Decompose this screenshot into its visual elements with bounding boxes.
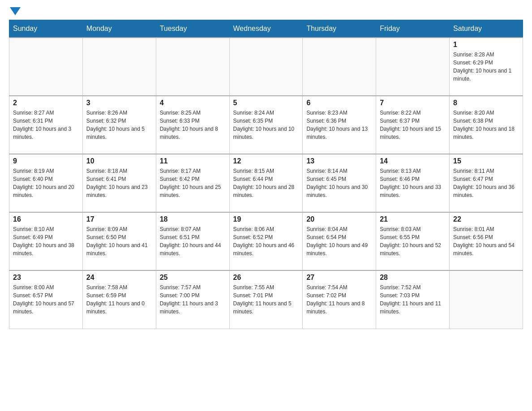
day-number: 24	[86, 274, 152, 282]
day-number: 5	[233, 99, 299, 107]
day-info: Sunrise: 8:15 AMSunset: 6:44 PMDaylight:…	[233, 167, 299, 199]
logo	[9, 9, 21, 15]
day-info: Sunrise: 7:55 AMSunset: 7:01 PMDaylight:…	[233, 283, 299, 316]
day-info: Sunrise: 7:57 AMSunset: 7:00 PMDaylight:…	[160, 283, 226, 316]
calendar-cell	[156, 38, 229, 96]
day-info: Sunrise: 8:09 AMSunset: 6:50 PMDaylight:…	[86, 225, 152, 257]
calendar-cell	[82, 38, 156, 96]
day-info: Sunrise: 8:18 AMSunset: 6:41 PMDaylight:…	[86, 167, 152, 199]
day-info: Sunrise: 7:58 AMSunset: 6:59 PMDaylight:…	[86, 283, 152, 316]
day-number: 28	[380, 274, 446, 282]
calendar-cell: 1 Sunrise: 8:28 AMSunset: 6:29 PMDayligh…	[450, 38, 523, 96]
page-header	[9, 9, 523, 15]
calendar-cell: 8 Sunrise: 8:20 AMSunset: 6:38 PMDayligh…	[450, 96, 523, 154]
day-number: 3	[86, 99, 152, 107]
day-info: Sunrise: 7:54 AMSunset: 7:02 PMDaylight:…	[306, 283, 372, 316]
calendar-cell: 23 Sunrise: 8:00 AMSunset: 6:57 PMDaylig…	[9, 270, 83, 329]
day-info: Sunrise: 8:00 AMSunset: 6:57 PMDaylight:…	[13, 283, 79, 316]
day-info: Sunrise: 8:07 AMSunset: 6:51 PMDaylight:…	[160, 225, 226, 257]
calendar-cell: 3 Sunrise: 8:26 AMSunset: 6:32 PMDayligh…	[82, 96, 156, 154]
calendar-cell: 25 Sunrise: 7:57 AMSunset: 7:00 PMDaylig…	[156, 270, 229, 329]
day-info: Sunrise: 8:26 AMSunset: 6:32 PMDaylight:…	[86, 109, 152, 141]
calendar-cell: 12 Sunrise: 8:15 AMSunset: 6:44 PMDaylig…	[229, 154, 303, 212]
calendar-cell: 28 Sunrise: 7:52 AMSunset: 7:03 PMDaylig…	[376, 270, 450, 329]
day-number: 6	[306, 99, 372, 107]
logo-triangle-icon	[10, 7, 21, 15]
day-info: Sunrise: 8:06 AMSunset: 6:52 PMDaylight:…	[233, 225, 299, 257]
calendar-cell	[9, 38, 83, 96]
day-info: Sunrise: 8:27 AMSunset: 6:31 PMDaylight:…	[13, 109, 79, 141]
day-info: Sunrise: 8:25 AMSunset: 6:33 PMDaylight:…	[160, 109, 226, 141]
calendar-cell: 16 Sunrise: 8:10 AMSunset: 6:49 PMDaylig…	[9, 212, 83, 270]
calendar-cell: 14 Sunrise: 8:13 AMSunset: 6:46 PMDaylig…	[376, 154, 450, 212]
calendar-cell: 21 Sunrise: 8:03 AMSunset: 6:55 PMDaylig…	[376, 212, 450, 270]
calendar-cell: 10 Sunrise: 8:18 AMSunset: 6:41 PMDaylig…	[82, 154, 156, 212]
day-info: Sunrise: 8:19 AMSunset: 6:40 PMDaylight:…	[13, 167, 79, 199]
calendar-cell	[450, 270, 523, 329]
day-number: 22	[453, 215, 519, 223]
day-info: Sunrise: 8:20 AMSunset: 6:38 PMDaylight:…	[453, 109, 519, 141]
day-number: 7	[380, 99, 446, 107]
calendar-header-saturday: Saturday	[450, 20, 523, 38]
calendar-week-row: 1 Sunrise: 8:28 AMSunset: 6:29 PMDayligh…	[9, 38, 523, 96]
calendar-cell: 4 Sunrise: 8:25 AMSunset: 6:33 PMDayligh…	[156, 96, 229, 154]
day-number: 15	[453, 157, 519, 165]
day-number: 11	[160, 157, 226, 165]
day-info: Sunrise: 8:04 AMSunset: 6:54 PMDaylight:…	[306, 225, 372, 257]
day-number: 26	[233, 274, 299, 282]
day-number: 17	[86, 215, 152, 223]
calendar-header-friday: Friday	[376, 20, 450, 38]
calendar-cell	[376, 38, 450, 96]
day-info: Sunrise: 8:14 AMSunset: 6:45 PMDaylight:…	[306, 167, 372, 199]
calendar-cell: 7 Sunrise: 8:22 AMSunset: 6:37 PMDayligh…	[376, 96, 450, 154]
calendar-week-row: 9 Sunrise: 8:19 AMSunset: 6:40 PMDayligh…	[9, 154, 523, 212]
day-number: 1	[453, 41, 519, 49]
day-info: Sunrise: 8:13 AMSunset: 6:46 PMDaylight:…	[380, 167, 446, 199]
day-info: Sunrise: 8:10 AMSunset: 6:49 PMDaylight:…	[13, 225, 79, 257]
calendar-week-row: 23 Sunrise: 8:00 AMSunset: 6:57 PMDaylig…	[9, 270, 523, 329]
calendar-cell: 5 Sunrise: 8:24 AMSunset: 6:35 PMDayligh…	[229, 96, 303, 154]
day-number: 21	[380, 215, 446, 223]
calendar-header-monday: Monday	[82, 20, 156, 38]
day-number: 19	[233, 215, 299, 223]
calendar-week-row: 2 Sunrise: 8:27 AMSunset: 6:31 PMDayligh…	[9, 96, 523, 154]
day-info: Sunrise: 8:03 AMSunset: 6:55 PMDaylight:…	[380, 225, 446, 257]
day-info: Sunrise: 8:22 AMSunset: 6:37 PMDaylight:…	[380, 109, 446, 141]
calendar-cell: 18 Sunrise: 8:07 AMSunset: 6:51 PMDaylig…	[156, 212, 229, 270]
day-number: 16	[13, 215, 79, 223]
day-info: Sunrise: 8:17 AMSunset: 6:42 PMDaylight:…	[160, 167, 226, 199]
day-number: 9	[13, 157, 79, 165]
day-info: Sunrise: 7:52 AMSunset: 7:03 PMDaylight:…	[380, 283, 446, 316]
calendar-cell	[303, 38, 376, 96]
calendar-cell: 24 Sunrise: 7:58 AMSunset: 6:59 PMDaylig…	[82, 270, 156, 329]
calendar-header-wednesday: Wednesday	[229, 20, 303, 38]
day-info: Sunrise: 8:28 AMSunset: 6:29 PMDaylight:…	[453, 51, 519, 83]
day-number: 8	[453, 99, 519, 107]
calendar-week-row: 16 Sunrise: 8:10 AMSunset: 6:49 PMDaylig…	[9, 212, 523, 270]
calendar-cell: 6 Sunrise: 8:23 AMSunset: 6:36 PMDayligh…	[303, 96, 376, 154]
day-number: 20	[306, 215, 372, 223]
day-number: 23	[13, 274, 79, 282]
calendar-cell	[229, 38, 303, 96]
calendar-cell: 9 Sunrise: 8:19 AMSunset: 6:40 PMDayligh…	[9, 154, 83, 212]
day-number: 18	[160, 215, 226, 223]
calendar-cell: 22 Sunrise: 8:01 AMSunset: 6:56 PMDaylig…	[450, 212, 523, 270]
day-info: Sunrise: 8:01 AMSunset: 6:56 PMDaylight:…	[453, 225, 519, 257]
calendar-header-row: SundayMondayTuesdayWednesdayThursdayFrid…	[9, 20, 523, 38]
day-info: Sunrise: 8:11 AMSunset: 6:47 PMDaylight:…	[453, 167, 519, 199]
calendar-cell: 19 Sunrise: 8:06 AMSunset: 6:52 PMDaylig…	[229, 212, 303, 270]
day-number: 14	[380, 157, 446, 165]
calendar-cell: 13 Sunrise: 8:14 AMSunset: 6:45 PMDaylig…	[303, 154, 376, 212]
day-number: 12	[233, 157, 299, 165]
day-info: Sunrise: 8:24 AMSunset: 6:35 PMDaylight:…	[233, 109, 299, 141]
calendar-cell: 11 Sunrise: 8:17 AMSunset: 6:42 PMDaylig…	[156, 154, 229, 212]
calendar-cell: 15 Sunrise: 8:11 AMSunset: 6:47 PMDaylig…	[450, 154, 523, 212]
calendar-table: SundayMondayTuesdayWednesdayThursdayFrid…	[9, 20, 523, 329]
day-number: 25	[160, 274, 226, 282]
day-info: Sunrise: 8:23 AMSunset: 6:36 PMDaylight:…	[306, 109, 372, 141]
calendar-cell: 17 Sunrise: 8:09 AMSunset: 6:50 PMDaylig…	[82, 212, 156, 270]
calendar-cell: 27 Sunrise: 7:54 AMSunset: 7:02 PMDaylig…	[303, 270, 376, 329]
day-number: 4	[160, 99, 226, 107]
calendar-header-sunday: Sunday	[9, 20, 83, 38]
day-number: 27	[306, 274, 372, 282]
